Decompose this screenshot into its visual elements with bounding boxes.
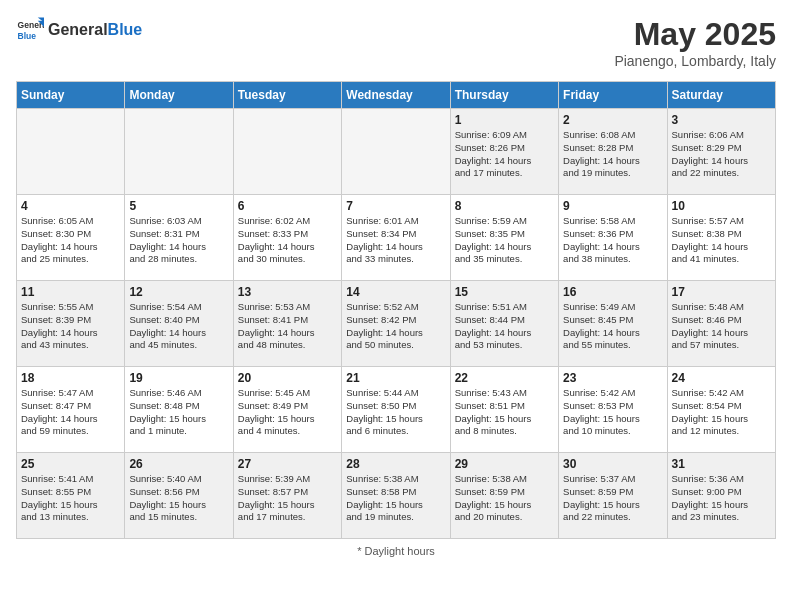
calendar-cell: 20Sunrise: 5:45 AM Sunset: 8:49 PM Dayli… bbox=[233, 367, 341, 453]
day-info: Sunrise: 5:54 AM Sunset: 8:40 PM Dayligh… bbox=[129, 301, 228, 352]
calendar-cell: 15Sunrise: 5:51 AM Sunset: 8:44 PM Dayli… bbox=[450, 281, 558, 367]
col-friday: Friday bbox=[559, 82, 667, 109]
calendar-week-row: 25Sunrise: 5:41 AM Sunset: 8:55 PM Dayli… bbox=[17, 453, 776, 539]
month-title: May 2025 bbox=[614, 16, 776, 53]
day-number: 29 bbox=[455, 457, 554, 471]
svg-text:Blue: Blue bbox=[18, 31, 37, 41]
col-monday: Monday bbox=[125, 82, 233, 109]
day-number: 24 bbox=[672, 371, 771, 385]
calendar-cell: 13Sunrise: 5:53 AM Sunset: 8:41 PM Dayli… bbox=[233, 281, 341, 367]
day-number: 10 bbox=[672, 199, 771, 213]
day-info: Sunrise: 5:49 AM Sunset: 8:45 PM Dayligh… bbox=[563, 301, 662, 352]
calendar-cell: 19Sunrise: 5:46 AM Sunset: 8:48 PM Dayli… bbox=[125, 367, 233, 453]
day-info: Sunrise: 5:58 AM Sunset: 8:36 PM Dayligh… bbox=[563, 215, 662, 266]
day-info: Sunrise: 5:48 AM Sunset: 8:46 PM Dayligh… bbox=[672, 301, 771, 352]
day-number: 1 bbox=[455, 113, 554, 127]
day-number: 17 bbox=[672, 285, 771, 299]
day-number: 23 bbox=[563, 371, 662, 385]
day-info: Sunrise: 6:01 AM Sunset: 8:34 PM Dayligh… bbox=[346, 215, 445, 266]
day-number: 13 bbox=[238, 285, 337, 299]
day-info: Sunrise: 5:57 AM Sunset: 8:38 PM Dayligh… bbox=[672, 215, 771, 266]
day-number: 8 bbox=[455, 199, 554, 213]
day-number: 2 bbox=[563, 113, 662, 127]
day-info: Sunrise: 6:05 AM Sunset: 8:30 PM Dayligh… bbox=[21, 215, 120, 266]
logo-icon: General Blue bbox=[16, 16, 44, 44]
day-number: 16 bbox=[563, 285, 662, 299]
calendar-week-row: 4Sunrise: 6:05 AM Sunset: 8:30 PM Daylig… bbox=[17, 195, 776, 281]
day-number: 6 bbox=[238, 199, 337, 213]
day-number: 15 bbox=[455, 285, 554, 299]
calendar-cell: 8Sunrise: 5:59 AM Sunset: 8:35 PM Daylig… bbox=[450, 195, 558, 281]
calendar-cell: 10Sunrise: 5:57 AM Sunset: 8:38 PM Dayli… bbox=[667, 195, 775, 281]
footer-note: * Daylight hours bbox=[16, 545, 776, 557]
day-info: Sunrise: 5:51 AM Sunset: 8:44 PM Dayligh… bbox=[455, 301, 554, 352]
day-info: Sunrise: 6:03 AM Sunset: 8:31 PM Dayligh… bbox=[129, 215, 228, 266]
calendar-cell bbox=[342, 109, 450, 195]
day-info: Sunrise: 6:08 AM Sunset: 8:28 PM Dayligh… bbox=[563, 129, 662, 180]
day-number: 14 bbox=[346, 285, 445, 299]
day-info: Sunrise: 5:40 AM Sunset: 8:56 PM Dayligh… bbox=[129, 473, 228, 524]
day-info: Sunrise: 5:46 AM Sunset: 8:48 PM Dayligh… bbox=[129, 387, 228, 438]
day-number: 3 bbox=[672, 113, 771, 127]
day-info: Sunrise: 5:39 AM Sunset: 8:57 PM Dayligh… bbox=[238, 473, 337, 524]
calendar-header-row: Sunday Monday Tuesday Wednesday Thursday… bbox=[17, 82, 776, 109]
day-info: Sunrise: 5:42 AM Sunset: 8:54 PM Dayligh… bbox=[672, 387, 771, 438]
day-number: 12 bbox=[129, 285, 228, 299]
calendar-cell: 12Sunrise: 5:54 AM Sunset: 8:40 PM Dayli… bbox=[125, 281, 233, 367]
calendar-week-row: 11Sunrise: 5:55 AM Sunset: 8:39 PM Dayli… bbox=[17, 281, 776, 367]
header: General Blue GeneralBlue May 2025 Pianen… bbox=[16, 16, 776, 69]
calendar-cell: 31Sunrise: 5:36 AM Sunset: 9:00 PM Dayli… bbox=[667, 453, 775, 539]
day-info: Sunrise: 5:59 AM Sunset: 8:35 PM Dayligh… bbox=[455, 215, 554, 266]
calendar-cell: 7Sunrise: 6:01 AM Sunset: 8:34 PM Daylig… bbox=[342, 195, 450, 281]
day-number: 25 bbox=[21, 457, 120, 471]
day-info: Sunrise: 5:55 AM Sunset: 8:39 PM Dayligh… bbox=[21, 301, 120, 352]
calendar-cell: 11Sunrise: 5:55 AM Sunset: 8:39 PM Dayli… bbox=[17, 281, 125, 367]
calendar-cell: 18Sunrise: 5:47 AM Sunset: 8:47 PM Dayli… bbox=[17, 367, 125, 453]
calendar-cell: 21Sunrise: 5:44 AM Sunset: 8:50 PM Dayli… bbox=[342, 367, 450, 453]
day-number: 7 bbox=[346, 199, 445, 213]
day-info: Sunrise: 5:38 AM Sunset: 8:58 PM Dayligh… bbox=[346, 473, 445, 524]
col-tuesday: Tuesday bbox=[233, 82, 341, 109]
day-info: Sunrise: 5:47 AM Sunset: 8:47 PM Dayligh… bbox=[21, 387, 120, 438]
calendar-cell bbox=[233, 109, 341, 195]
day-info: Sunrise: 5:53 AM Sunset: 8:41 PM Dayligh… bbox=[238, 301, 337, 352]
day-number: 30 bbox=[563, 457, 662, 471]
day-number: 9 bbox=[563, 199, 662, 213]
calendar-cell: 27Sunrise: 5:39 AM Sunset: 8:57 PM Dayli… bbox=[233, 453, 341, 539]
calendar-cell: 16Sunrise: 5:49 AM Sunset: 8:45 PM Dayli… bbox=[559, 281, 667, 367]
calendar-cell: 3Sunrise: 6:06 AM Sunset: 8:29 PM Daylig… bbox=[667, 109, 775, 195]
day-number: 31 bbox=[672, 457, 771, 471]
calendar-cell: 5Sunrise: 6:03 AM Sunset: 8:31 PM Daylig… bbox=[125, 195, 233, 281]
day-number: 27 bbox=[238, 457, 337, 471]
day-number: 11 bbox=[21, 285, 120, 299]
calendar-week-row: 18Sunrise: 5:47 AM Sunset: 8:47 PM Dayli… bbox=[17, 367, 776, 453]
day-info: Sunrise: 5:45 AM Sunset: 8:49 PM Dayligh… bbox=[238, 387, 337, 438]
col-sunday: Sunday bbox=[17, 82, 125, 109]
calendar-cell: 2Sunrise: 6:08 AM Sunset: 8:28 PM Daylig… bbox=[559, 109, 667, 195]
calendar-cell: 1Sunrise: 6:09 AM Sunset: 8:26 PM Daylig… bbox=[450, 109, 558, 195]
calendar-cell: 6Sunrise: 6:02 AM Sunset: 8:33 PM Daylig… bbox=[233, 195, 341, 281]
calendar-cell: 28Sunrise: 5:38 AM Sunset: 8:58 PM Dayli… bbox=[342, 453, 450, 539]
day-info: Sunrise: 5:52 AM Sunset: 8:42 PM Dayligh… bbox=[346, 301, 445, 352]
day-number: 26 bbox=[129, 457, 228, 471]
calendar-cell: 25Sunrise: 5:41 AM Sunset: 8:55 PM Dayli… bbox=[17, 453, 125, 539]
day-info: Sunrise: 5:41 AM Sunset: 8:55 PM Dayligh… bbox=[21, 473, 120, 524]
calendar-cell: 17Sunrise: 5:48 AM Sunset: 8:46 PM Dayli… bbox=[667, 281, 775, 367]
day-info: Sunrise: 5:36 AM Sunset: 9:00 PM Dayligh… bbox=[672, 473, 771, 524]
day-number: 28 bbox=[346, 457, 445, 471]
logo: General Blue GeneralBlue bbox=[16, 16, 142, 44]
day-number: 22 bbox=[455, 371, 554, 385]
location-title: Pianengo, Lombardy, Italy bbox=[614, 53, 776, 69]
calendar-cell: 4Sunrise: 6:05 AM Sunset: 8:30 PM Daylig… bbox=[17, 195, 125, 281]
day-info: Sunrise: 5:42 AM Sunset: 8:53 PM Dayligh… bbox=[563, 387, 662, 438]
calendar-cell: 29Sunrise: 5:38 AM Sunset: 8:59 PM Dayli… bbox=[450, 453, 558, 539]
calendar-cell: 26Sunrise: 5:40 AM Sunset: 8:56 PM Dayli… bbox=[125, 453, 233, 539]
day-info: Sunrise: 5:44 AM Sunset: 8:50 PM Dayligh… bbox=[346, 387, 445, 438]
day-number: 4 bbox=[21, 199, 120, 213]
day-info: Sunrise: 6:02 AM Sunset: 8:33 PM Dayligh… bbox=[238, 215, 337, 266]
calendar-body: 1Sunrise: 6:09 AM Sunset: 8:26 PM Daylig… bbox=[17, 109, 776, 539]
day-info: Sunrise: 5:38 AM Sunset: 8:59 PM Dayligh… bbox=[455, 473, 554, 524]
day-info: Sunrise: 6:09 AM Sunset: 8:26 PM Dayligh… bbox=[455, 129, 554, 180]
calendar-cell: 14Sunrise: 5:52 AM Sunset: 8:42 PM Dayli… bbox=[342, 281, 450, 367]
day-info: Sunrise: 5:43 AM Sunset: 8:51 PM Dayligh… bbox=[455, 387, 554, 438]
